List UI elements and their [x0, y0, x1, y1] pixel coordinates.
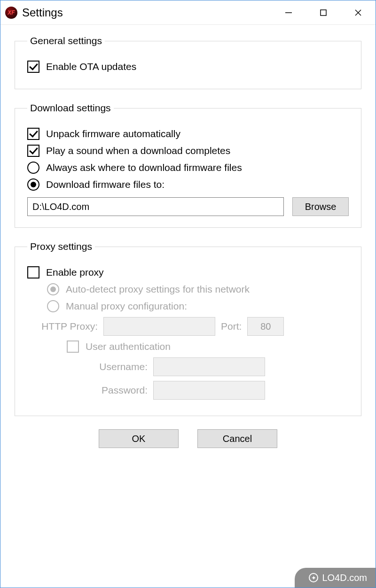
cancel-button[interactable]: Cancel	[197, 429, 277, 448]
browse-button[interactable]: Browse	[292, 197, 349, 216]
settings-window: XF Settings General settings Enable OTA …	[0, 0, 376, 588]
minimize-icon	[285, 9, 292, 16]
user-auth-checkbox	[67, 340, 79, 353]
port-input	[247, 317, 284, 336]
username-input	[153, 357, 265, 376]
enable-proxy-label[interactable]: Enable proxy	[46, 266, 104, 278]
titlebar: XF Settings	[0, 0, 376, 25]
client-area: General settings Enable OTA updates Down…	[0, 25, 376, 448]
general-settings-group: General settings Enable OTA updates	[15, 35, 361, 89]
enable-ota-checkbox[interactable]	[27, 61, 39, 73]
proxy-settings-group: Proxy settings Enable proxy Auto-detect …	[15, 241, 361, 416]
svg-rect-1	[321, 10, 326, 15]
watermark: ✦ LO4D.com	[295, 568, 376, 588]
enable-proxy-checkbox[interactable]	[27, 266, 39, 279]
http-proxy-label: HTTP Proxy:	[27, 320, 98, 332]
always-ask-radio[interactable]	[27, 162, 39, 174]
manual-proxy-label: Manual proxy configuration:	[66, 300, 187, 312]
password-label: Password:	[86, 384, 148, 396]
http-proxy-input	[103, 317, 215, 336]
play-sound-label[interactable]: Play a sound when a download completes	[46, 145, 230, 156]
username-label: Username:	[86, 361, 148, 372]
maximize-icon	[320, 9, 327, 16]
enable-ota-label[interactable]: Enable OTA updates	[46, 61, 136, 72]
auto-detect-proxy-label: Auto-detect proxy settings for this netw…	[66, 283, 250, 295]
general-settings-legend: General settings	[27, 35, 105, 46]
download-path-input[interactable]	[27, 197, 284, 216]
watermark-text: LO4D.com	[322, 573, 367, 583]
download-to-label[interactable]: Download firmware files to:	[46, 178, 164, 190]
unpack-firmware-label[interactable]: Unpack firmware automatically	[46, 128, 180, 139]
close-icon	[354, 9, 362, 16]
maximize-button[interactable]	[306, 0, 341, 25]
dialog-buttons: OK Cancel	[15, 429, 361, 448]
download-to-radio[interactable]	[27, 178, 39, 191]
download-settings-group: Download settings Unpack firmware automa…	[15, 102, 361, 228]
always-ask-label[interactable]: Always ask where to download firmware fi…	[46, 162, 242, 173]
globe-icon: ✦	[309, 573, 318, 582]
password-input	[153, 381, 265, 400]
window-title: Settings	[22, 6, 63, 19]
ok-button[interactable]: OK	[99, 429, 179, 448]
close-button[interactable]	[341, 0, 376, 25]
manual-proxy-radio	[47, 300, 59, 312]
proxy-settings-legend: Proxy settings	[27, 241, 95, 252]
port-label: Port:	[221, 320, 242, 332]
app-icon: XF	[5, 7, 17, 19]
play-sound-checkbox[interactable]	[27, 145, 39, 157]
unpack-firmware-checkbox[interactable]	[27, 128, 39, 140]
user-auth-label: User authentication	[86, 340, 171, 352]
download-settings-legend: Download settings	[27, 102, 114, 114]
minimize-button[interactable]	[271, 0, 306, 25]
auto-detect-proxy-radio	[47, 283, 59, 295]
